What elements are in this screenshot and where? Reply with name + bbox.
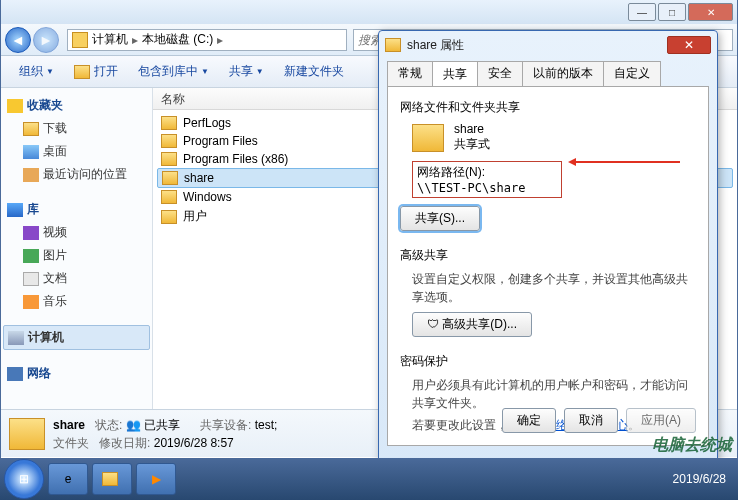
network-path-box: 网络路径(N): \\TEST-PC\share <box>412 161 562 198</box>
file-name: PerfLogs <box>183 116 231 130</box>
start-button[interactable]: ⊞ <box>4 459 44 499</box>
share-button[interactable]: 共享(S)... <box>400 206 480 231</box>
status-state-value: 已共享 <box>144 418 180 432</box>
sidebar-favorites[interactable]: 收藏夹 <box>3 94 150 117</box>
tray-date: 2019/6/28 <box>673 472 726 486</box>
folder-icon <box>102 472 118 486</box>
file-name: Program Files <box>183 134 258 148</box>
cancel-button[interactable]: 取消 <box>564 408 618 433</box>
dialog-close-button[interactable]: ✕ <box>667 36 711 54</box>
annotation-arrow <box>570 161 680 163</box>
include-library-button[interactable]: 包含到库中▼ <box>128 59 219 84</box>
tab-strip: 常规共享安全以前的版本自定义 <box>379 61 717 86</box>
folder-icon <box>74 65 90 79</box>
folder-icon <box>162 171 178 185</box>
sidebar-item-recent[interactable]: 最近访问的位置 <box>3 163 150 186</box>
taskbar-ie[interactable]: e <box>48 463 88 495</box>
share-button[interactable]: 共享▼ <box>219 59 274 84</box>
picture-icon <box>23 249 39 263</box>
folder-icon <box>9 418 45 450</box>
video-icon <box>23 226 39 240</box>
sidebar-item-music[interactable]: 音乐 <box>3 290 150 313</box>
tab-panel-sharing: 网络文件和文件夹共享 share 共享式 网络路径(N): \\TEST-PC\… <box>387 86 709 446</box>
sidebar-item-downloads[interactable]: 下载 <box>3 117 150 140</box>
status-name: share <box>53 418 85 432</box>
section-password: 密码保护 <box>400 353 696 370</box>
tab-4[interactable]: 自定义 <box>603 61 661 86</box>
watermark: 电脑去统城 <box>652 435 732 456</box>
advanced-share-button[interactable]: 🛡 高级共享(D)... <box>412 312 532 337</box>
chevron-right-icon: ▸ <box>132 33 138 47</box>
open-button[interactable]: 打开 <box>64 59 128 84</box>
tab-2[interactable]: 安全 <box>477 61 523 86</box>
tab-3[interactable]: 以前的版本 <box>522 61 604 86</box>
organize-button[interactable]: 组织▼ <box>9 59 64 84</box>
share-state: 共享式 <box>454 136 490 153</box>
apply-button[interactable]: 应用(A) <box>626 408 696 433</box>
star-icon <box>7 99 23 113</box>
status-state-label: 状态: <box>95 418 122 432</box>
maximize-button[interactable]: □ <box>658 3 686 21</box>
back-button[interactable]: ◄ <box>5 27 31 53</box>
sidebar-item-documents[interactable]: 文档 <box>3 267 150 290</box>
computer-icon <box>8 331 24 345</box>
windows-icon: ⊞ <box>19 472 29 486</box>
status-date-label: 修改日期: <box>99 436 150 450</box>
new-folder-button[interactable]: 新建文件夹 <box>274 59 354 84</box>
sidebar-item-network[interactable]: 网络 <box>3 362 150 385</box>
network-icon <box>7 367 23 381</box>
minimize-button[interactable]: — <box>628 3 656 21</box>
file-name: share <box>184 171 214 185</box>
status-dev-value: test; <box>255 418 278 432</box>
ok-button[interactable]: 确定 <box>502 408 556 433</box>
sidebar-item-video[interactable]: 视频 <box>3 221 150 244</box>
sidebar-item-desktop[interactable]: 桌面 <box>3 140 150 163</box>
tab-1[interactable]: 共享 <box>432 61 478 86</box>
network-path-label: 网络路径(N): <box>417 164 557 181</box>
properties-dialog: share 属性 ✕ 常规共享安全以前的版本自定义 网络文件和文件夹共享 sha… <box>378 30 718 470</box>
document-icon <box>23 272 39 286</box>
music-icon <box>23 295 39 309</box>
folder-icon <box>161 210 177 224</box>
system-tray[interactable]: 2019/6/28 <box>665 472 734 486</box>
dialog-title: share 属性 <box>407 37 464 54</box>
taskbar-explorer[interactable] <box>92 463 132 495</box>
library-icon <box>7 203 23 217</box>
sidebar-item-computer[interactable]: 计算机 <box>3 325 150 350</box>
share-folder-name: share <box>454 122 490 136</box>
folder-icon <box>161 116 177 130</box>
file-name: Windows <box>183 190 232 204</box>
close-button[interactable]: ✕ <box>688 3 733 21</box>
folder-icon <box>412 124 444 152</box>
folder-icon <box>385 38 401 52</box>
breadcrumb-drive[interactable]: 本地磁盘 (C:) <box>142 31 213 48</box>
folder-icon <box>161 190 177 204</box>
forward-button[interactable]: ► <box>33 27 59 53</box>
ie-icon: e <box>65 472 72 486</box>
taskbar-media[interactable]: ▶ <box>136 463 176 495</box>
dialog-titlebar: share 属性 ✕ <box>379 31 717 59</box>
breadcrumb-root[interactable]: 计算机 <box>92 31 128 48</box>
chevron-right-icon: ▸ <box>217 33 223 47</box>
drive-icon <box>72 32 88 48</box>
tab-0[interactable]: 常规 <box>387 61 433 86</box>
media-icon: ▶ <box>152 472 161 486</box>
breadcrumb[interactable]: 计算机 ▸ 本地磁盘 (C:) ▸ <box>67 29 347 51</box>
sidebar-item-pictures[interactable]: 图片 <box>3 244 150 267</box>
section-network-share: 网络文件和文件夹共享 <box>400 99 696 116</box>
sidebar-libraries[interactable]: 库 <box>3 198 150 221</box>
file-name: 用户 <box>183 208 207 225</box>
explorer-titlebar: — □ ✕ <box>1 0 737 24</box>
network-path-value: \\TEST-PC\share <box>417 181 557 195</box>
file-name: Program Files (x86) <box>183 152 288 166</box>
status-type: 文件夹 <box>53 436 89 450</box>
folder-icon <box>161 152 177 166</box>
taskbar: ⊞ e ▶ 2019/6/28 <box>0 458 738 500</box>
folder-icon <box>161 134 177 148</box>
advanced-share-desc: 设置自定义权限，创建多个共享，并设置其他高级共享选项。 <box>412 270 696 306</box>
desktop-icon <box>23 145 39 159</box>
status-dev-label: 共享设备: <box>200 418 251 432</box>
sidebar: 收藏夹 下载 桌面 最近访问的位置 库 视频 图片 文档 音乐 计算机 网络 <box>1 88 153 456</box>
section-advanced-share: 高级共享 <box>400 247 696 264</box>
folder-icon <box>23 122 39 136</box>
